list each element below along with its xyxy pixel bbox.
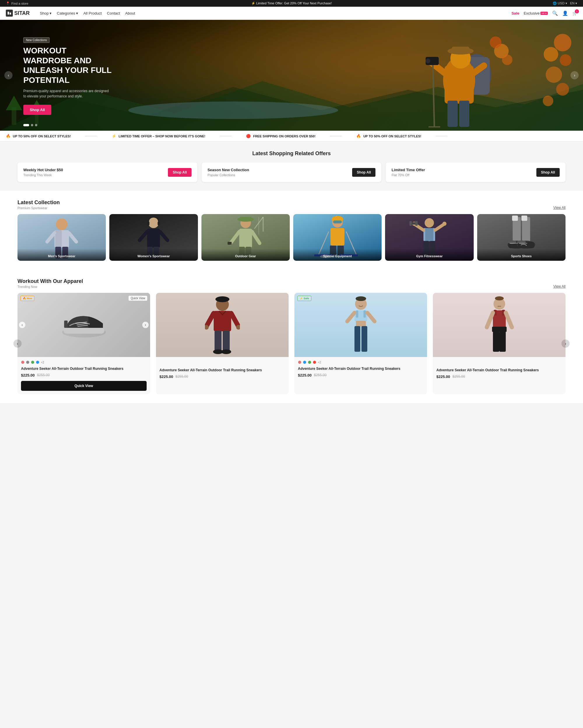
hero-cta-button[interactable]: Shop All <box>23 105 51 115</box>
svg-line-76 <box>435 224 444 230</box>
product-card-2: Adventure Seeker All-Terrain Outdoor Tra… <box>156 293 288 394</box>
product-name-3: Adventure Seeker All-Terrain Outdoor Tra… <box>298 366 423 371</box>
color-dot-green-1[interactable] <box>31 361 34 364</box>
color-dot-blue-3[interactable] <box>303 361 306 364</box>
product-info-4: Adventure Seeker All-Terrain Outdoor Tra… <box>433 357 565 382</box>
color-dot-gray-1[interactable] <box>26 361 29 364</box>
color-dot-red-3[interactable] <box>298 361 301 364</box>
apparel-title: Workout With Our Apparel <box>18 278 83 284</box>
nav-categories[interactable]: Categories ▾ <box>57 11 78 16</box>
offer-card-2-info: Season New Collection Popular Collection… <box>207 168 249 177</box>
apparel-header: Workout With Our Apparel Trending Now Vi… <box>18 278 565 288</box>
collection-item-outdoor[interactable]: Outdoor Gear <box>201 214 290 261</box>
apparel-arrow-left[interactable]: ‹ <box>13 339 22 348</box>
nav-all-product[interactable]: All Product <box>83 11 102 16</box>
collection-item-mens[interactable]: Men's Sportswear <box>18 214 106 261</box>
svg-rect-51 <box>240 217 251 220</box>
cart-icon[interactable]: 🛒 1 <box>573 11 577 16</box>
gym-label: Gym Fitnesswear <box>385 249 473 261</box>
svg-rect-116 <box>356 310 358 318</box>
svg-rect-83 <box>415 221 418 226</box>
shoes-label: Sports Shoes <box>477 249 565 261</box>
product-price-1: $225.00 $255.00 <box>21 373 147 378</box>
top-bar-right: 🌐 USD ▾ EN ▾ <box>553 1 577 5</box>
svg-point-31 <box>546 67 562 83</box>
svg-rect-74 <box>425 228 434 241</box>
hero-leaves <box>528 31 571 119</box>
svg-point-103 <box>215 296 229 302</box>
svg-rect-130 <box>493 331 499 352</box>
svg-point-4 <box>128 102 338 119</box>
collection-item-shoes[interactable]: Sports Shoes <box>477 214 565 261</box>
quick-view-overlay-1[interactable]: Quick View <box>129 296 147 301</box>
collection-item-special[interactable]: Special Equipment <box>293 214 382 261</box>
apparel-arrow-right[interactable]: › <box>561 339 570 348</box>
product-info-1: +2 Adventure Seeker All-Terrain Outdoor … <box>18 357 150 381</box>
hero-arrow-left[interactable]: ‹ <box>4 71 12 79</box>
price-original-1: $255.00 <box>37 373 50 377</box>
price-current-2: $225.00 <box>160 374 173 379</box>
latest-collection-header-left: Latest Collection Premium Sportswear <box>18 200 60 210</box>
product-name-2: Adventure Seeker All-Terrain Outdoor Tra… <box>160 368 285 373</box>
nav-exclusive[interactable]: Exclusive NEW <box>524 11 548 16</box>
color-dot-blue-1[interactable] <box>36 361 39 364</box>
offer-card-2-btn[interactable]: Shop All <box>352 168 376 177</box>
nav-sale[interactable]: Sale <box>511 11 520 16</box>
svg-line-122 <box>367 313 374 321</box>
svg-line-121 <box>347 313 355 321</box>
svg-point-114 <box>356 296 366 301</box>
offer-card-3-btn[interactable]: Shop All <box>536 168 560 177</box>
shoe-svg-1 <box>61 312 107 338</box>
latest-collection-view-all[interactable]: View All <box>553 206 565 210</box>
svg-line-48 <box>160 232 168 240</box>
svg-line-106 <box>231 313 239 327</box>
svg-rect-119 <box>355 326 360 352</box>
svg-line-47 <box>140 232 147 240</box>
search-icon[interactable]: 🔍 <box>552 10 558 16</box>
collection-item-gym[interactable]: Gym Fitnesswear <box>385 214 473 261</box>
color-dot-green-3[interactable] <box>308 361 311 364</box>
latest-collection-title: Latest Collection <box>18 200 60 206</box>
product-badge-1: 🔥 New <box>20 296 34 301</box>
latest-offers-title: Latest Shopping Related Offers <box>18 151 565 157</box>
svg-rect-52 <box>239 229 252 248</box>
collection-item-womens[interactable]: Women's Sportswear <box>109 214 198 261</box>
nav-about[interactable]: About <box>126 11 135 16</box>
hero-section: New Collections WORKOUT WARDROBE AND UNL… <box>0 20 583 131</box>
language-selector[interactable]: EN ▾ <box>570 1 577 5</box>
svg-point-28 <box>554 34 571 51</box>
svg-rect-104 <box>214 311 231 331</box>
product-card-3: ⚡ Sale <box>295 293 427 394</box>
product-nav-left-1[interactable]: ‹ <box>19 322 25 328</box>
svg-rect-56 <box>227 242 231 245</box>
product-nav-right-1[interactable]: › <box>142 322 149 328</box>
woman-figure-svg <box>345 296 377 354</box>
nav-shop[interactable]: Shop ▾ <box>40 11 52 16</box>
color-dot-darkred-3[interactable] <box>313 361 316 364</box>
offer-card-1: Weekly Hot Under $50 Trending This Week … <box>18 162 197 182</box>
quick-view-btn-1[interactable]: Quick View <box>21 381 147 391</box>
logo[interactable]: SITAR <box>6 10 30 17</box>
currency-selector[interactable]: 🌐 USD ▾ <box>553 1 567 5</box>
latest-collection-header: Latest Collection Premium Sportswear Vie… <box>18 200 565 210</box>
new-badge: NEW <box>540 12 548 15</box>
color-dot-red-1[interactable] <box>21 361 25 364</box>
offer-card-1-btn[interactable]: Shop All <box>168 168 191 177</box>
hero-arrow-right[interactable]: › <box>571 71 579 79</box>
offer-card-2: Season New Collection Popular Collection… <box>202 162 382 182</box>
product-grid: 🔥 New Quick View ‹ › <box>18 293 565 394</box>
svg-rect-43 <box>158 222 160 226</box>
promo-item-1: 🔥 UP TO 50% OFF ON SELECT STYLES! <box>0 134 77 138</box>
womens-label: Women's Sportswear <box>109 249 198 261</box>
user-icon[interactable]: 👤 <box>562 10 568 16</box>
navigation: SITAR Shop ▾ Categories ▾ All Product Co… <box>0 7 583 20</box>
apparel-section: Workout With Our Apparel Trending Now Vi… <box>0 269 583 403</box>
svg-rect-44 <box>147 229 160 248</box>
apparel-view-all[interactable]: View All <box>553 284 565 288</box>
svg-line-22 <box>433 65 434 127</box>
hero-subtitle: Premium-quality apparel and accessories … <box>23 88 111 99</box>
svg-rect-85 <box>522 217 530 243</box>
product-image-3: ⚡ Sale <box>295 293 427 357</box>
nav-contact[interactable]: Contact <box>107 11 120 16</box>
find-store[interactable]: 📍 Find a store <box>6 1 28 5</box>
